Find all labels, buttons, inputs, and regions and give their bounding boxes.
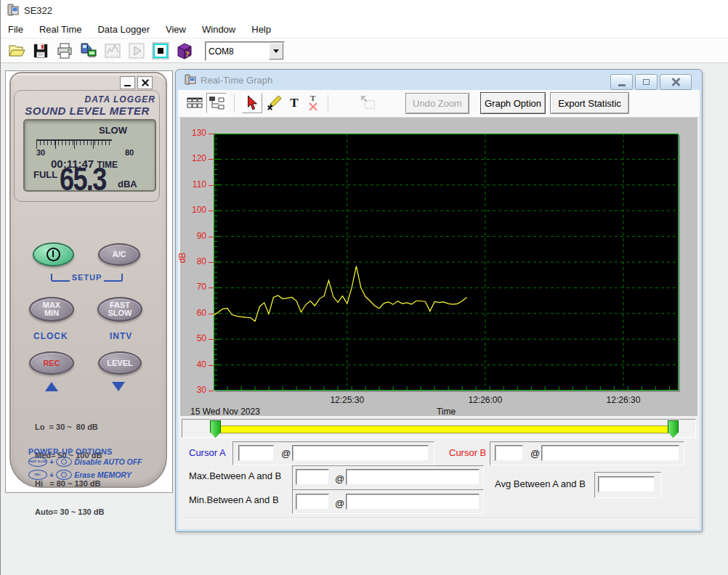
slider-handle-a[interactable] <box>210 420 221 438</box>
lcd-display: SLOW 30 80 00:11:47 TIME FULL 65.3 dBA <box>23 119 156 192</box>
pointer-tool-icon[interactable] <box>242 93 262 113</box>
slider-track[interactable] <box>220 425 674 433</box>
power-up-options-title: POWER-UP OPTIONS <box>28 447 113 456</box>
device-window-close-button[interactable] <box>137 76 153 89</box>
close-icon <box>671 78 680 86</box>
undo-zoom-button: Undo Zoom <box>405 93 469 114</box>
menu-data-logger[interactable]: Data Logger <box>97 24 150 35</box>
export-statistic-button[interactable]: Export Statistic <box>550 92 629 114</box>
power-up-option-2: REC + Erase MEMORY <box>28 470 132 480</box>
cursor-a-value-field[interactable] <box>238 445 274 461</box>
y-tick-label: 130 <box>180 128 206 138</box>
x-axis: 12:25:3012:26:0012:26:30 <box>214 395 679 406</box>
y-tick-label: 80 <box>180 256 206 266</box>
x-tick-label: 12:26:00 <box>456 395 514 405</box>
cursor-b-value-field[interactable] <box>495 445 523 461</box>
cursor-b-time-field[interactable] <box>541 445 679 461</box>
lcd-reading-value: 65.3 <box>60 161 106 197</box>
range-auto: Auto= 30 ~ 130 dB <box>35 507 144 517</box>
max-min-button[interactable]: MAXMIN <box>29 297 74 322</box>
max-value-field[interactable] <box>296 469 329 485</box>
device-window-minimize-button[interactable] <box>120 76 135 89</box>
power-badge-icon <box>56 457 72 467</box>
lcd-scale-min: 30 <box>36 148 45 157</box>
min-value-field[interactable] <box>296 494 329 510</box>
graph-window-restore-button[interactable] <box>635 74 658 90</box>
menu-real-time[interactable]: Real Time <box>39 24 82 35</box>
min-time-field[interactable] <box>346 494 480 510</box>
minimize-icon <box>618 84 626 86</box>
close-icon <box>142 79 149 86</box>
application-window: SE322 File Real Time Data Logger View Wi… <box>0 0 728 575</box>
rec-badge-icon: REC <box>28 470 47 480</box>
rec-button[interactable]: REC <box>29 351 74 375</box>
fast-slow-button[interactable]: FASTSLOW <box>97 297 142 322</box>
lcd-scale-max: 80 <box>125 148 134 157</box>
y-tick-label: 60 <box>180 308 206 318</box>
annotation-delete-tool-icon[interactable] <box>264 93 284 113</box>
save-icon[interactable] <box>31 41 51 61</box>
help-icon[interactable]: ? <box>174 41 195 61</box>
y-tick-mark <box>209 262 214 263</box>
down-arrow-icon <box>112 382 125 391</box>
toolbar-separator <box>328 94 328 112</box>
y-axis: 13012011010090807060504030 <box>180 70 218 418</box>
panel-divider <box>182 518 696 519</box>
y-tick-label: 50 <box>180 333 206 343</box>
min-between-group: @ <box>292 489 484 514</box>
y-tick-mark <box>209 159 214 160</box>
clock-label: CLOCK <box>33 331 68 341</box>
graph-option-button[interactable]: Graph Option <box>480 92 546 114</box>
y-tick-mark <box>209 314 214 314</box>
lcd-mode-indicator: SLOW <box>99 125 127 136</box>
main-toolbar: ? COM8 <box>1 38 728 63</box>
setup-bracket-label: SETUP <box>51 272 123 282</box>
real-time-graph-window: Real-Time Graph T T <box>175 69 703 532</box>
open-file-icon[interactable] <box>7 41 27 61</box>
max-time-field[interactable] <box>346 469 480 485</box>
at-symbol: @ <box>530 448 540 459</box>
slider-handle-b[interactable] <box>668 420 679 438</box>
y-tick-mark <box>209 237 214 237</box>
range-hi: Hi = 80 ~ 130 dB <box>35 479 144 489</box>
y-tick-mark <box>209 288 214 288</box>
y-tick-label: 100 <box>180 205 206 215</box>
min-between-label: Min.Between A and B <box>189 494 279 505</box>
menu-window[interactable]: Window <box>202 24 235 35</box>
chevron-down-icon <box>273 49 279 53</box>
com-port-combobox[interactable]: COM8 <box>205 41 285 61</box>
fast-slow-badge-icon: FAST SLOW <box>28 457 47 467</box>
cursor-a-label: Cursor A <box>189 447 226 458</box>
com-port-dropdown-button[interactable] <box>269 43 283 60</box>
cursor-a-group: @ <box>232 441 434 465</box>
at-symbol: @ <box>281 448 291 459</box>
power-icon <box>46 248 60 261</box>
graph-window-close-button[interactable] <box>660 74 692 90</box>
range-lo: Lo = 30 ~ 80 dB <box>35 423 144 432</box>
lcd-range-indicator: FULL <box>33 169 57 180</box>
cursor-a-time-field[interactable] <box>292 445 429 461</box>
x-tick-label: 12:25:30 <box>318 395 376 405</box>
avg-value-field[interactable] <box>598 476 655 492</box>
ac-weighting-button[interactable]: A/C <box>98 243 140 266</box>
menu-view[interactable]: View <box>166 24 186 35</box>
graph-icon-disabled <box>102 41 123 61</box>
stop-icon[interactable] <box>150 41 171 61</box>
x-axis-title: Time <box>417 407 475 417</box>
download-device-data-icon[interactable] <box>78 41 99 61</box>
y-tick-label: 30 <box>180 385 206 395</box>
print-icon[interactable] <box>54 41 75 61</box>
y-tick-label: 90 <box>180 231 206 241</box>
menu-bar: File Real Time Data Logger View Window H… <box>1 20 728 38</box>
menu-help[interactable]: Help <box>251 24 271 35</box>
device-panel-window: DATA LOGGER SOUND LEVEL METER SLOW 30 80… <box>5 70 173 493</box>
plot-area[interactable] <box>214 134 679 391</box>
text-tool-icon[interactable]: T <box>284 93 304 113</box>
device-brand-line1: DATA LOGGER <box>49 94 155 105</box>
power-button[interactable] <box>33 242 74 266</box>
graph-window-minimize-button[interactable] <box>610 74 633 90</box>
level-button[interactable]: LEVEL <box>98 351 142 375</box>
power-up-option-2-text: Erase MEMORY <box>74 470 132 479</box>
app-titlebar: SE322 <box>1 0 728 20</box>
menu-file[interactable]: File <box>8 24 23 35</box>
